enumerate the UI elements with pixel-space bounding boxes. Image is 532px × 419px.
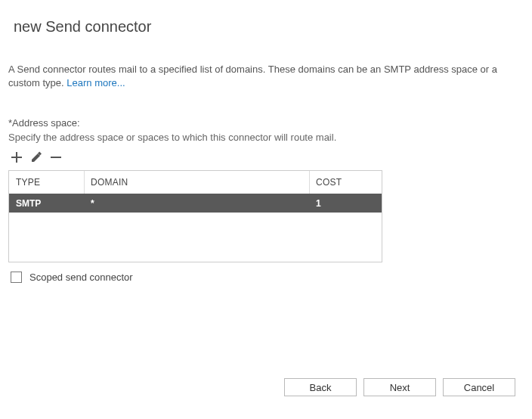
scoped-checkbox-row[interactable]: Scoped send connector xyxy=(11,272,532,283)
plus-icon xyxy=(11,151,23,163)
cell-type: SMTP xyxy=(9,198,85,209)
cell-cost: 1 xyxy=(310,198,382,209)
remove-button[interactable] xyxy=(49,151,63,164)
minus-icon xyxy=(50,151,62,163)
col-header-cost[interactable]: COST xyxy=(310,171,382,194)
grid-body: SMTP * 1 xyxy=(9,194,382,262)
next-button[interactable]: Next xyxy=(363,378,436,396)
address-space-label: *Address space: xyxy=(8,117,532,129)
learn-more-link[interactable]: Learn more... xyxy=(66,77,125,88)
wizard-footer: Back Next Cancel xyxy=(284,378,515,396)
back-button[interactable]: Back xyxy=(284,378,357,396)
scoped-label: Scoped send connector xyxy=(29,272,133,283)
address-space-hint: Specify the address space or spaces to w… xyxy=(8,132,532,143)
page-title: new Send connector xyxy=(14,18,532,36)
scoped-checkbox[interactable] xyxy=(11,272,22,283)
svg-rect-1 xyxy=(11,157,22,158)
col-header-type[interactable]: TYPE xyxy=(9,171,85,194)
description-text: A Send connector routes mail to a specif… xyxy=(8,63,518,90)
cell-domain: * xyxy=(85,198,310,209)
add-button[interactable] xyxy=(10,151,23,164)
table-row[interactable]: SMTP * 1 xyxy=(9,194,382,213)
col-header-domain[interactable]: DOMAIN xyxy=(85,171,310,194)
svg-marker-2 xyxy=(32,154,40,162)
grid-header-row: TYPE DOMAIN COST xyxy=(9,171,382,194)
address-space-grid: TYPE DOMAIN COST SMTP * 1 xyxy=(8,170,382,262)
address-space-toolbar xyxy=(10,151,532,164)
pencil-icon xyxy=(30,151,42,163)
edit-button[interactable] xyxy=(29,151,43,164)
cancel-button[interactable]: Cancel xyxy=(443,378,515,396)
svg-rect-4 xyxy=(51,157,61,158)
